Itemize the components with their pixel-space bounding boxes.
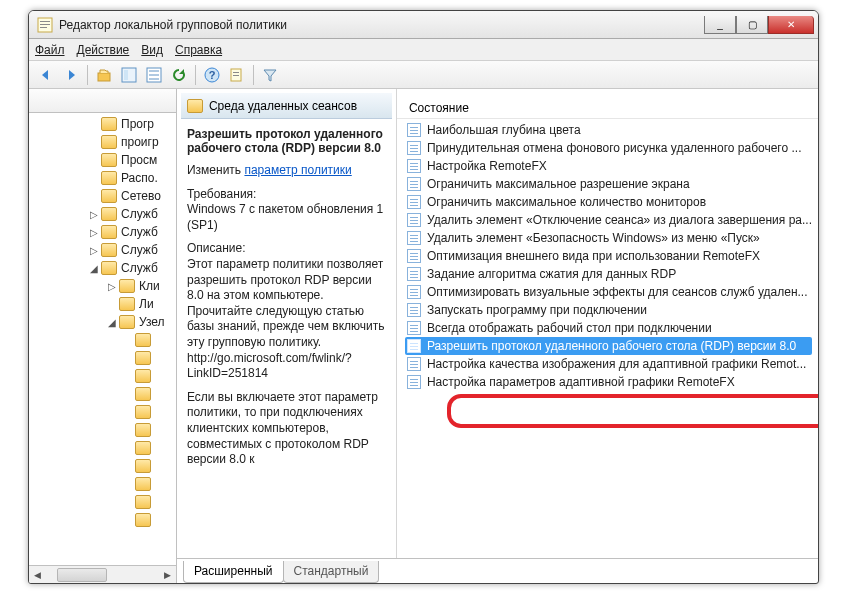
folder-icon — [119, 279, 135, 293]
menu-help[interactable]: Справка — [175, 43, 222, 57]
policy-icon — [407, 375, 421, 389]
folder-icon — [135, 495, 151, 509]
list-item[interactable]: Настройка качества изображения для адапт… — [405, 355, 812, 373]
tree-item[interactable]: ◢Узел — [29, 313, 176, 331]
list-item-label: Ограничить максимальное разрешение экран… — [427, 177, 690, 191]
policy-icon — [407, 285, 421, 299]
list-item[interactable]: Оптимизация внешнего вида при использова… — [405, 247, 812, 265]
description-pane: Среда удаленных сеансов Разрешить проток… — [177, 89, 397, 558]
list-item[interactable]: Запускать программу при подключении — [405, 301, 812, 319]
tree-item[interactable]: ▷Служб — [29, 223, 176, 241]
tree-item[interactable] — [29, 511, 176, 529]
toolbar: ? — [29, 61, 818, 89]
svg-rect-1 — [40, 21, 50, 22]
policy-icon — [407, 321, 421, 335]
policy-icon — [407, 231, 421, 245]
list-item[interactable]: Удалить элемент «Отключение сеанса» из д… — [405, 211, 812, 229]
svg-rect-15 — [233, 75, 239, 76]
minimize-button[interactable]: _ — [704, 16, 736, 34]
folder-icon — [135, 405, 151, 419]
tree-item[interactable]: проигр — [29, 133, 176, 151]
tree-header — [29, 89, 176, 113]
tree-item[interactable]: Распо. — [29, 169, 176, 187]
list-item[interactable]: Наибольшая глубина цвета — [405, 121, 812, 139]
tree-item[interactable] — [29, 349, 176, 367]
requirements-label: Требования: — [187, 187, 257, 201]
description-more: Если вы включаете этот параметр политики… — [187, 390, 388, 468]
scroll-right-icon[interactable]: ▶ — [160, 567, 176, 583]
tree-item[interactable] — [29, 475, 176, 493]
tree-item[interactable]: ▷Служб — [29, 205, 176, 223]
folder-icon — [101, 225, 117, 239]
policy-icon — [407, 267, 421, 281]
tree-item[interactable] — [29, 385, 176, 403]
forward-button[interactable] — [60, 64, 82, 86]
section-title: Среда удаленных сеансов — [209, 99, 357, 113]
maximize-button[interactable]: ▢ — [736, 16, 768, 34]
list-item-label: Запускать программу при подключении — [427, 303, 647, 317]
policy-icon — [407, 303, 421, 317]
list-item[interactable]: Ограничить максимальное количество монит… — [405, 193, 812, 211]
tree-scrollbar[interactable]: ◀ ▶ — [29, 565, 176, 583]
edit-policy-link[interactable]: параметр политики — [244, 163, 351, 177]
folder-icon — [135, 423, 151, 437]
tree-item[interactable]: Сетево — [29, 187, 176, 205]
menu-action[interactable]: Действие — [77, 43, 130, 57]
tree-item[interactable]: Просм — [29, 151, 176, 169]
tree-item[interactable] — [29, 493, 176, 511]
list-item[interactable]: Оптимизировать визуальные эффекты для се… — [405, 283, 812, 301]
filter-icon[interactable] — [259, 64, 281, 86]
policy-icon — [407, 339, 421, 353]
titlebar[interactable]: Редактор локальной групповой политики _ … — [29, 11, 818, 39]
tree-view-icon[interactable] — [118, 64, 140, 86]
list-item[interactable]: Принудительная отмена фонового рисунка у… — [405, 139, 812, 157]
tree-item[interactable]: ◢Служб — [29, 259, 176, 277]
tab-extended[interactable]: Расширенный — [183, 561, 284, 583]
tree-item[interactable] — [29, 367, 176, 385]
back-button[interactable] — [35, 64, 57, 86]
folder-icon — [101, 189, 117, 203]
list-item[interactable]: Настройка RemoteFX — [405, 157, 812, 175]
tree-item[interactable] — [29, 403, 176, 421]
folder-icon — [135, 333, 151, 347]
tab-standard[interactable]: Стандартный — [283, 561, 380, 583]
folder-icon — [101, 207, 117, 221]
properties-icon[interactable] — [226, 64, 248, 86]
policy-list[interactable]: Наибольшая глубина цветаПринудительная о… — [397, 119, 818, 558]
list-item[interactable]: Задание алгоритма сжатия для данных RDP — [405, 265, 812, 283]
policy-icon — [407, 357, 421, 371]
list-item[interactable]: Настройка параметров адаптивной графики … — [405, 373, 812, 391]
list-item[interactable]: Ограничить максимальное разрешение экран… — [405, 175, 812, 193]
list-view-icon[interactable] — [143, 64, 165, 86]
tree-item[interactable] — [29, 457, 176, 475]
up-icon[interactable] — [93, 64, 115, 86]
list-item-label: Настройка параметров адаптивной графики … — [427, 375, 735, 389]
scroll-thumb[interactable] — [57, 568, 107, 582]
list-item-label: Оптимизировать визуальные эффекты для се… — [427, 285, 808, 299]
policy-icon — [407, 159, 421, 173]
refresh-icon[interactable] — [168, 64, 190, 86]
list-item[interactable]: Удалить элемент «Безопасность Windows» и… — [405, 229, 812, 247]
tree-item[interactable]: Ли — [29, 295, 176, 313]
menu-file[interactable]: Файл — [35, 43, 65, 57]
list-item[interactable]: Разрешить протокол удаленного рабочего с… — [405, 337, 812, 355]
tree-item[interactable]: ▷Служб — [29, 241, 176, 259]
requirements-text: Windows 7 с пакетом обновления 1 (SP1) — [187, 202, 383, 232]
list-item-label: Настройка качества изображения для адапт… — [427, 357, 806, 371]
scroll-left-icon[interactable]: ◀ — [29, 567, 45, 583]
tree-item[interactable] — [29, 331, 176, 349]
close-button[interactable]: ✕ — [768, 16, 814, 34]
list-item[interactable]: Всегда отображать рабочий стол при подкл… — [405, 319, 812, 337]
list-header[interactable]: Состояние — [397, 93, 818, 119]
help-icon[interactable]: ? — [201, 64, 223, 86]
tree-item[interactable] — [29, 421, 176, 439]
menu-view[interactable]: Вид — [141, 43, 163, 57]
svg-rect-3 — [40, 27, 47, 28]
tab-strip: Расширенный Стандартный — [177, 559, 818, 583]
tree-item[interactable]: Прогр — [29, 115, 176, 133]
tree[interactable]: Прогр проигр Просм Распо. Сетево▷Служб▷С… — [29, 113, 176, 565]
edit-label: Изменить — [187, 163, 241, 177]
tree-label: Служб — [121, 207, 158, 221]
tree-item[interactable]: ▷Кли — [29, 277, 176, 295]
tree-item[interactable] — [29, 439, 176, 457]
